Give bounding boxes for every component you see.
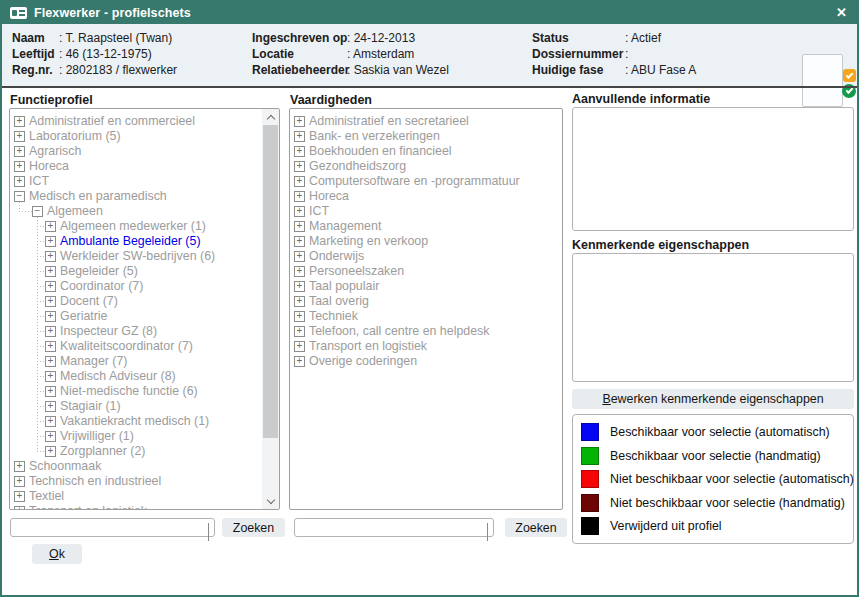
kenmerkende-eigenschappen-textarea[interactable] (572, 253, 854, 382)
expand-toggle-icon[interactable]: + (294, 191, 305, 202)
tree-item[interactable]: +Schoonmaak (10, 459, 279, 474)
expand-toggle-icon[interactable]: + (294, 296, 305, 307)
expand-toggle-icon[interactable]: + (294, 206, 305, 217)
tree-item[interactable]: +Technisch en industrieel (10, 474, 279, 489)
expand-toggle-icon[interactable]: + (45, 236, 56, 247)
expand-toggle-icon[interactable]: + (45, 356, 56, 367)
expand-toggle-icon[interactable]: + (14, 131, 25, 142)
tree-item[interactable]: −Medisch en paramedisch (10, 189, 279, 204)
expand-toggle-icon[interactable]: + (294, 116, 305, 127)
collapse-toggle-icon[interactable]: − (14, 191, 25, 202)
bewerken-kenmerkende-eigenschappen-button[interactable]: Bewerken kenmerkende eigenschappen (572, 389, 854, 409)
tree-item[interactable]: +Taal populair (290, 279, 562, 294)
tree-item[interactable]: +Gezondheidszorg (290, 159, 562, 174)
tree-item[interactable]: −Algemeen (10, 204, 279, 219)
expand-toggle-icon[interactable]: + (294, 146, 305, 157)
expand-toggle-icon[interactable]: + (14, 461, 25, 472)
scroll-down-icon[interactable] (262, 493, 279, 509)
expand-toggle-icon[interactable]: + (14, 161, 25, 172)
tree-item[interactable]: +Algemeen medewerker (1) (10, 219, 279, 234)
expand-toggle-icon[interactable]: + (45, 446, 56, 457)
expand-toggle-icon[interactable]: + (294, 236, 305, 247)
tree-item[interactable]: +Overige coderingen (290, 354, 562, 369)
vaardigheden-search-combobox[interactable] (294, 518, 494, 537)
tree-item[interactable]: +Transport en logistiek (290, 339, 562, 354)
expand-toggle-icon[interactable]: + (294, 131, 305, 142)
tree-item[interactable]: +Computersoftware en -programmatuur (290, 174, 562, 189)
tree-item[interactable]: +Laboratorium (5) (10, 129, 279, 144)
close-icon[interactable]: ✕ (836, 5, 847, 20)
expand-toggle-icon[interactable]: + (14, 476, 25, 487)
expand-toggle-icon[interactable]: + (45, 401, 56, 412)
tree-item[interactable]: +Bank- en verzekeringen (290, 129, 562, 144)
tree-item[interactable]: +ICT (10, 174, 279, 189)
tree-item[interactable]: +Stagiair (1) (10, 399, 279, 414)
expand-toggle-icon[interactable]: + (14, 491, 25, 502)
collapse-toggle-icon[interactable]: − (32, 206, 43, 217)
functieprofiel-scrollbar[interactable] (262, 109, 279, 509)
tree-item[interactable]: +Horeca (290, 189, 562, 204)
scroll-up-icon[interactable] (262, 109, 279, 125)
expand-toggle-icon[interactable]: + (45, 416, 56, 427)
tree-item[interactable]: +Onderwijs (290, 249, 562, 264)
expand-toggle-icon[interactable]: + (14, 116, 25, 127)
expand-toggle-icon[interactable]: + (14, 146, 25, 157)
tree-item[interactable]: +Textiel (10, 489, 279, 504)
tree-item[interactable]: +Coordinator (7) (10, 279, 279, 294)
expand-toggle-icon[interactable]: + (294, 221, 305, 232)
expand-toggle-icon[interactable]: + (45, 431, 56, 442)
expand-toggle-icon[interactable]: + (45, 221, 56, 232)
expand-toggle-icon[interactable]: + (45, 251, 56, 262)
expand-toggle-icon[interactable]: + (294, 326, 305, 337)
tree-item[interactable]: +Horeca (10, 159, 279, 174)
tree-item[interactable]: +ICT (290, 204, 562, 219)
expand-toggle-icon[interactable]: + (45, 326, 56, 337)
tree-item[interactable]: +Personeelszaken (290, 264, 562, 279)
tree-item[interactable]: +Docent (7) (10, 294, 279, 309)
expand-toggle-icon[interactable]: + (294, 341, 305, 352)
tree-item[interactable]: +Techniek (290, 309, 562, 324)
tree-item[interactable]: +Werkleider SW-bedrijven (6) (10, 249, 279, 264)
expand-toggle-icon[interactable]: + (294, 266, 305, 277)
expand-toggle-icon[interactable]: + (294, 311, 305, 322)
scrollbar-thumb[interactable] (263, 125, 278, 438)
expand-toggle-icon[interactable]: + (14, 176, 25, 187)
tree-item[interactable]: +Marketing en verkoop (290, 234, 562, 249)
expand-toggle-icon[interactable]: + (45, 371, 56, 382)
tree-item[interactable]: +Begeleider (5) (10, 264, 279, 279)
tree-item[interactable]: +Administratief en secretarieel (290, 114, 562, 129)
chevron-down-icon[interactable] (487, 523, 488, 541)
expand-toggle-icon[interactable]: + (45, 311, 56, 322)
tree-item[interactable]: +Boekhouden en financieel (290, 144, 562, 159)
tree-item[interactable]: +Agrarisch (10, 144, 279, 159)
expand-toggle-icon[interactable]: + (14, 506, 25, 509)
functieprofiel-search-combobox[interactable] (10, 518, 215, 537)
vaardigheden-search-input[interactable] (299, 520, 473, 535)
tree-item[interactable]: +Administratief en commercieel (10, 114, 279, 129)
tree-item[interactable]: +Vrijwilliger (1) (10, 429, 279, 444)
tree-item[interactable]: +Ambulante Begeleider (5) (10, 234, 279, 249)
expand-toggle-icon[interactable]: + (45, 341, 56, 352)
tree-item[interactable]: +Manager (7) (10, 354, 279, 369)
expand-toggle-icon[interactable]: + (294, 356, 305, 367)
tree-item[interactable]: +Kwaliteitscoordinator (7) (10, 339, 279, 354)
expand-toggle-icon[interactable]: + (45, 386, 56, 397)
expand-toggle-icon[interactable]: + (45, 266, 56, 277)
vaardigheden-zoeken-button[interactable]: Zoeken (505, 518, 567, 537)
tree-item[interactable]: +Geriatrie (10, 309, 279, 324)
expand-toggle-icon[interactable]: + (45, 281, 56, 292)
functieprofiel-zoeken-button[interactable]: Zoeken (222, 518, 285, 537)
functieprofiel-search-input[interactable] (15, 520, 194, 535)
chevron-down-icon[interactable] (208, 523, 209, 541)
tree-item[interactable]: +Taal overig (290, 294, 562, 309)
tree-item[interactable]: +Telefoon, call centre en helpdesk (290, 324, 562, 339)
tree-item[interactable]: +Inspecteur GZ (8) (10, 324, 279, 339)
tree-item[interactable]: +Vakantiekracht medisch (1) (10, 414, 279, 429)
ok-button[interactable]: Ok (32, 544, 82, 564)
aanvullende-informatie-textarea[interactable] (572, 107, 854, 231)
expand-toggle-icon[interactable]: + (45, 296, 56, 307)
expand-toggle-icon[interactable]: + (294, 161, 305, 172)
expand-toggle-icon[interactable]: + (294, 251, 305, 262)
expand-toggle-icon[interactable]: + (294, 176, 305, 187)
tree-item[interactable]: +Medisch Adviseur (8) (10, 369, 279, 384)
